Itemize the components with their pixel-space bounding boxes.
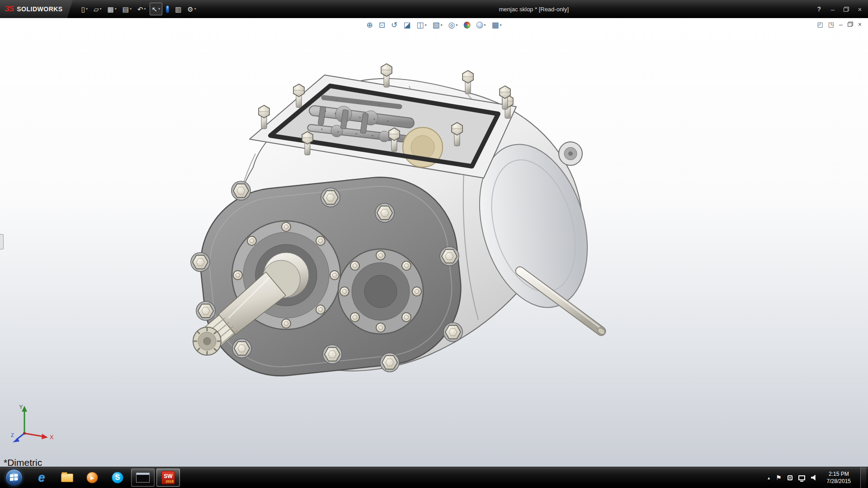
rebuild-button[interactable] [164,3,171,15]
display-style-button[interactable]: ▧ ▾ [431,21,443,29]
apply-scene-button[interactable]: ▾ [475,21,486,29]
action-center-flag-icon[interactable]: ⚑ [776,474,782,481]
solidworks-app-icon: SW 2015 [161,471,175,484]
zoom-to-area-icon: ⊡ [379,21,385,29]
chevron-down-icon[interactable]: ▾ [500,23,501,27]
skype-icon: S [112,472,123,483]
volume-icon[interactable] [811,475,817,481]
section-view-button[interactable]: ◪ [402,21,411,29]
doc-window-icon-b[interactable]: ◳ [828,21,834,28]
orientation-triad[interactable]: Y X Z [10,402,57,443]
view-orientation-label: *Dimetric [4,457,42,467]
start-button[interactable] [5,469,23,486]
taskbar-media-player[interactable]: ▶ [80,469,104,487]
chevron-down-icon[interactable]: ▾ [115,7,117,11]
chevron-down-icon[interactable]: ▾ [194,7,196,11]
triad-x-label: X [50,434,54,441]
new-document-button[interactable]: ▯ ▾ [79,3,90,15]
titlebar-right-controls: ? – × [815,5,864,13]
zoom-to-fit-button[interactable]: ⊕ [366,21,374,29]
restore-icon [844,7,849,12]
view-settings-button[interactable]: ▩ ▾ [491,21,502,29]
undo-icon: ↶ [137,6,143,13]
hide-show-items-icon: ◎ [448,21,455,29]
file-properties-button[interactable]: ▥ [173,3,184,15]
taskbar-command-prompt[interactable] [131,469,155,487]
restore-icon [848,22,853,27]
command-prompt-icon [136,473,150,483]
close-button[interactable]: × [855,6,864,13]
triad-y-label: Y [19,404,23,410]
save-button[interactable]: ▦ ▾ [105,3,119,15]
edit-appearance-button[interactable] [462,21,471,29]
taskbar-solidworks[interactable]: SW 2015 [156,469,180,487]
media-player-icon: ▶ [86,472,98,483]
gearbox-model[interactable] [0,18,868,467]
graphics-area[interactable]: ⊕ ⊡ ↺ ◪ ◫ ▾ ▧ ▾ ◎ ▾ ▾ ▩ [0,18,868,467]
doc-window-icon-a[interactable]: ◰ [817,21,823,28]
zoom-to-fit-icon: ⊕ [367,21,373,29]
taskbar-skype[interactable]: S [106,469,129,487]
chevron-down-icon[interactable]: ▾ [456,23,458,27]
previous-view-button[interactable]: ↺ [390,21,398,29]
rebuild-icon [166,5,169,13]
clock-time: 2:15 PM [829,470,849,478]
options-button[interactable]: ⚙ ▾ [185,3,198,15]
solidworks-version-badge: 2015 [165,479,174,483]
section-view-icon: ◪ [403,21,410,29]
window-title: menjac sklop * [Read-only] [499,6,569,13]
display-style-icon: ▧ [432,21,439,29]
edit-appearance-icon [463,22,470,28]
standard-toolbar: ▯ ▾ ▱ ▾ ▦ ▾ ▤ ▾ ↶ ▾ ↖ ▾ ▥ ⚙ ▾ [79,3,198,15]
hidden-icons-chevron[interactable]: ▴ [768,475,770,480]
help-button[interactable]: ? [815,5,823,13]
chevron-down-icon[interactable]: ▾ [425,23,426,27]
featuremanager-collapsed-tab[interactable] [0,234,4,249]
triad-z-label: Z [11,432,14,438]
network-icon[interactable] [798,475,805,480]
options-gear-icon: ⚙ [187,6,193,13]
apply-scene-icon [476,22,483,28]
new-document-icon: ▯ [81,6,85,13]
titlebar: ЗS SOLIDWORKS ▯ ▾ ▱ ▾ ▦ ▾ ▤ ▾ ↶ ▾ ↖ ▾ [0,0,868,18]
doc-minimize-button[interactable]: – [839,21,843,28]
zoom-to-area-button[interactable]: ⊡ [378,21,386,29]
safely-remove-hardware-icon[interactable] [788,475,793,480]
doc-close-button[interactable]: × [858,21,862,28]
output-bearing-cover[interactable] [338,249,423,334]
select-button[interactable]: ↖ ▾ [150,3,163,15]
open-button[interactable]: ▱ ▾ [91,3,104,15]
view-orientation-icon: ◫ [416,21,424,29]
chevron-down-icon[interactable]: ▾ [440,23,442,27]
chevron-down-icon[interactable]: ▾ [484,23,486,27]
clock-date: 7/28/2015 [827,478,851,485]
open-icon: ▱ [94,6,99,13]
minimize-button[interactable]: – [828,6,837,13]
heads-up-view-toolbar: ⊕ ⊡ ↺ ◪ ◫ ▾ ▧ ▾ ◎ ▾ ▾ ▩ [366,21,503,29]
solidworks-app-label: SW [164,474,172,479]
chevron-down-icon[interactable]: ▾ [144,7,146,11]
taskbar-clock[interactable]: 2:15 PM 7/28/2015 [823,470,854,485]
chevron-down-icon[interactable]: ▾ [100,7,102,11]
taskbar-internet-explorer[interactable]: e [30,469,53,487]
side-port-boss[interactable] [559,142,582,165]
chevron-down-icon[interactable]: ▾ [130,7,132,11]
select-cursor-icon: ↖ [152,6,158,13]
hide-show-items-button[interactable]: ◎ ▾ [448,21,459,29]
chevron-down-icon[interactable]: ▾ [86,7,88,11]
window-controls: – × [828,6,864,13]
taskbar-file-explorer[interactable] [55,469,79,487]
view-settings-icon: ▩ [491,21,499,29]
restore-button[interactable] [842,6,851,13]
folder-icon [61,474,73,482]
undo-button[interactable]: ↶ ▾ [135,3,148,15]
print-button[interactable]: ▤ ▾ [120,3,134,15]
solidworks-logo-icon: ЗS [5,5,14,14]
view-orientation-button[interactable]: ◫ ▾ [415,21,427,29]
previous-view-icon: ↺ [391,21,397,29]
file-properties-icon: ▥ [175,6,181,13]
save-icon: ▦ [108,6,114,13]
doc-restore-button[interactable] [848,21,853,28]
chevron-down-icon[interactable]: ▾ [158,7,160,11]
show-desktop-button[interactable] [860,467,866,488]
